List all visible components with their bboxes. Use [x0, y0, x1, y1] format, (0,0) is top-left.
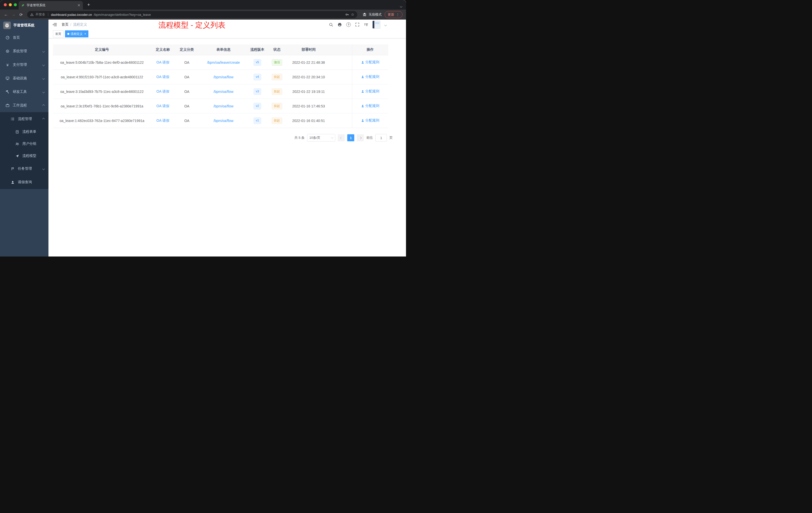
chevron-down-icon [42, 63, 45, 66]
chevron-up-icon [42, 118, 45, 120]
browser-window: 芋道管理系统 ✕ + ← → ⟳ 不安全 dashboard.yudao.ioc… [0, 0, 406, 256]
sidebar-item-label: 流程模型 [22, 154, 36, 158]
minimize-window-button[interactable] [9, 3, 12, 6]
status-badge: 挂起 [272, 103, 282, 110]
definition-name-link[interactable]: OA 请假 [156, 118, 169, 122]
sidebar-item-workflow[interactable]: 工作流程 [0, 99, 49, 112]
tag-process-definition[interactable]: 流程定义 × [65, 30, 88, 37]
definition-name-link[interactable]: OA 请假 [156, 89, 169, 93]
font-size-icon[interactable]: TT [364, 22, 369, 27]
security-label[interactable]: 不安全 [35, 12, 45, 17]
github-icon[interactable] [337, 22, 342, 27]
chevron-down-icon [42, 77, 45, 80]
gear-icon [5, 49, 9, 53]
browser-tab[interactable]: 芋道管理系统 ✕ [19, 1, 83, 9]
pagination: 共 5 条 10条/页 1 前往 页 [53, 134, 393, 142]
address-bar[interactable]: 不安全 dashboard.yudao.iocoder.cn/bpm/manag… [27, 11, 357, 18]
next-page-button[interactable] [357, 134, 364, 141]
sidebar-item-process-form[interactable]: 流程表单 [0, 126, 49, 138]
table-row: oa_leave:2:3c1f0ef1-76b1-11ec-9c66-a2380… [53, 99, 388, 114]
table-row: oa_leave:5:004b710b-7b8a-11ec-8ef0-acde4… [53, 55, 388, 70]
sidebar-item-label: 工作流程 [13, 103, 39, 108]
maximize-window-button[interactable] [14, 3, 17, 6]
bookmark-star-icon[interactable]: ☆ [351, 12, 354, 17]
users-icon [15, 142, 19, 146]
tab-close-icon[interactable]: ✕ [77, 3, 80, 7]
assign-rule-button[interactable]: 分配规则 [361, 60, 379, 64]
table-row: oa_leave:4:991f2193-7b7f-11ec-a3c8-acde4… [53, 70, 388, 84]
content-area: 定义编号 定义名称 定义分类 表单信息 流程版本 状态 部署时间 操作 [49, 38, 406, 142]
form-link[interactable]: /bpm/oa/flow [213, 75, 233, 79]
cell-definition-id: oa_leave:2:3c1f0ef1-76b1-11ec-9c66-a2380… [53, 99, 151, 114]
column-header-filler [330, 44, 352, 55]
close-window-button[interactable] [4, 3, 7, 6]
avatar-caret-icon[interactable] [385, 22, 386, 27]
definition-name-link[interactable]: OA 请假 [156, 60, 169, 64]
briefcase-icon [5, 103, 9, 108]
sidebar-item-payment[interactable]: ¥ 支付管理 [0, 58, 49, 71]
close-icon[interactable]: × [84, 32, 86, 36]
cell-filler [330, 84, 352, 99]
browser-menu-icon[interactable]: ⋮ [396, 13, 400, 16]
top-navbar: 首页 / 流程定义 ? TT [49, 20, 406, 30]
user-avatar[interactable] [372, 21, 380, 29]
not-secure-warning-icon [30, 13, 34, 16]
version-tag: v3 [254, 88, 261, 95]
cell-filler [330, 114, 352, 128]
navbar-actions: ? TT [328, 21, 386, 29]
flag-icon [10, 167, 14, 171]
sidebar-item-system[interactable]: 系统管理 [0, 44, 49, 58]
search-icon[interactable] [328, 22, 334, 27]
browser-tabstrip: 芋道管理系统 ✕ + [0, 0, 406, 9]
tab-title: 芋道管理系统 [27, 3, 75, 7]
prev-page-button[interactable] [338, 134, 345, 141]
form-link[interactable]: /bpm/oa/leave/create [207, 60, 240, 64]
new-tab-button[interactable]: + [85, 1, 92, 8]
omnibox-divider [48, 13, 48, 16]
tab-search-icon[interactable] [400, 4, 402, 8]
password-key-icon[interactable] [345, 12, 349, 17]
fullscreen-icon[interactable] [355, 22, 360, 27]
back-button[interactable]: ← [2, 11, 9, 18]
goto-page-input[interactable] [375, 134, 387, 142]
page-size-value: 10条/页 [309, 135, 330, 140]
page-size-select[interactable]: 10条/页 [307, 134, 335, 142]
status-badge: 激活 [272, 59, 282, 66]
form-link[interactable]: /bpm/oa/flow [213, 90, 233, 94]
page-number-button[interactable]: 1 [347, 134, 354, 141]
sidebar-item-home[interactable]: 首页 [0, 31, 49, 44]
sidebar-item-label: 任务管理 [18, 167, 39, 171]
column-header-name: 定义名称 [151, 44, 175, 55]
sidebar-item-infrastructure[interactable]: 基础设施 [0, 71, 49, 85]
tag-home[interactable]: 首页 [53, 30, 63, 37]
cell-deploy-time: 2022-01-16 01:40:51 [287, 114, 330, 128]
assign-rule-button[interactable]: 分配规则 [361, 104, 379, 108]
sidebar-item-task-management[interactable]: 任务管理 [0, 162, 49, 175]
reload-button[interactable]: ⟳ [18, 11, 25, 18]
assign-rule-label: 分配规则 [365, 89, 379, 94]
sidebar-item-process-management[interactable]: 流程管理 [0, 112, 49, 126]
update-label: 更新 [388, 12, 394, 17]
definition-name-link[interactable]: OA 请假 [156, 104, 169, 108]
yen-icon: ¥ [5, 63, 9, 67]
assign-rule-button[interactable]: 分配规则 [361, 89, 379, 94]
sidebar-item-user-group[interactable]: 用户分组 [0, 138, 49, 150]
sidebar-item-process-model[interactable]: 流程模型 [0, 150, 49, 162]
assign-rule-button[interactable]: 分配规则 [361, 74, 379, 79]
sidebar-item-devtools[interactable]: 研发工具 [0, 85, 49, 99]
forward-button[interactable]: → [10, 11, 17, 18]
sidebar-logo[interactable]: 芋道管理系统 [0, 20, 49, 31]
sidebar-toggle-icon[interactable] [52, 21, 58, 28]
sidebar-item-leave-query[interactable]: 请假查询 [0, 175, 49, 189]
definition-name-link[interactable]: OA 请假 [156, 75, 169, 79]
person-icon [10, 180, 14, 184]
breadcrumb-home[interactable]: 首页 [61, 22, 68, 27]
chevron-down-icon [42, 50, 45, 53]
help-icon[interactable]: ? [346, 22, 351, 27]
cell-definition-id: oa_leave:1:482ec033-762a-11ec-8477-a2380… [53, 114, 151, 128]
assign-rule-button[interactable]: 分配规则 [361, 118, 379, 123]
table-row: oa_leave:3:1fad3d93-7b75-11ec-a3c8-acde4… [53, 84, 388, 99]
chrome-update-button[interactable]: 更新 ⋮ [385, 11, 403, 18]
form-link[interactable]: /bpm/oa/flow [213, 104, 233, 108]
form-link[interactable]: /bpm/oa/flow [213, 119, 233, 123]
